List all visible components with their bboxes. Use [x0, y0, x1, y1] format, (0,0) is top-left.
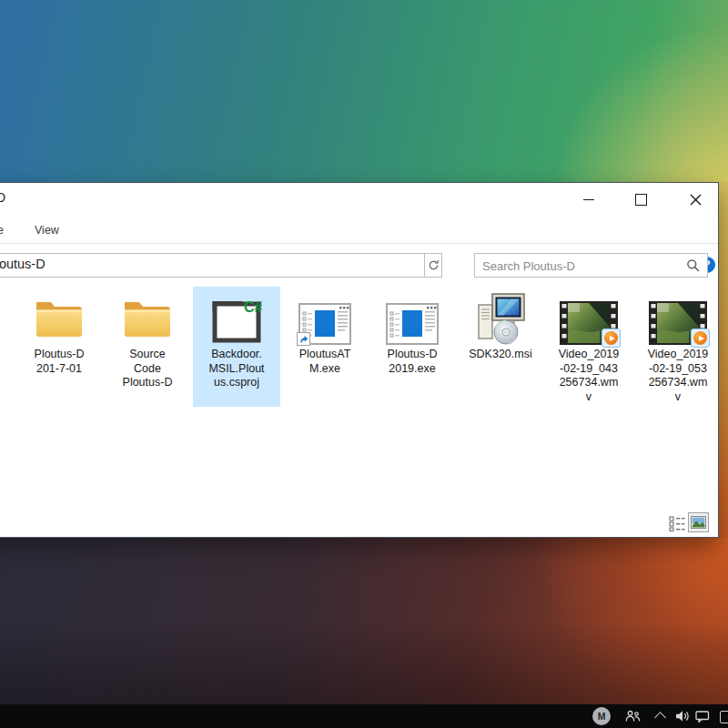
file-item-ploutus-d-201-7-01[interactable]: Ploutus-D 201-7-01 [15, 287, 103, 376]
search-box [474, 253, 708, 278]
application-icon [386, 287, 439, 345]
chat-icon[interactable] [695, 711, 710, 723]
folder-icon [34, 287, 85, 345]
title-bar: Ploutus-D [0, 183, 718, 217]
volume-icon[interactable] [675, 710, 691, 723]
menu-share[interactable]: Share [0, 224, 4, 237]
file-item-video-2019-02-19-043256734-wmv[interactable]: Video_2019 -02-19_043 256734.wm v [545, 287, 632, 404]
file-label: Video_2019 -02-19_053 256734.wm v [648, 348, 709, 404]
maximize-button[interactable] [627, 187, 654, 212]
folder-icon [122, 287, 173, 345]
file-label: Ploutus-D 201-7-01 [35, 348, 85, 376]
minimize-button[interactable] [575, 187, 602, 212]
play-overlay-icon [691, 329, 710, 348]
user-avatar[interactable]: M [592, 707, 611, 725]
search-input[interactable] [480, 256, 675, 276]
file-label: Ploutus-D 2019.exe [388, 348, 438, 376]
refresh-icon [428, 259, 440, 271]
file-item-source-code-ploutus-d[interactable]: Source Code Ploutus-D [104, 287, 191, 390]
file-item-video-2019-02-19-053256734-wmv[interactable]: Video_2019 -02-19_053 256734.wm v [634, 287, 722, 404]
file-label: SDK320.msi [469, 348, 531, 362]
file-item-sdk320-msi[interactable]: SDK320.msi [457, 287, 544, 362]
address-path: Ploutus-D [0, 257, 46, 271]
application-icon [298, 287, 351, 345]
csharp-project-icon: C# [211, 287, 262, 345]
window-title: Ploutus-D [0, 190, 5, 205]
close-icon [690, 194, 702, 206]
file-label: Video_2019 -02-19_043 256734.wm v [559, 348, 620, 404]
wallpaper-top [0, 0, 728, 183]
details-view-icon [669, 515, 685, 531]
refresh-button[interactable] [424, 253, 442, 278]
file-item-ploutusatm-exe[interactable]: PloutusAT M.exe [281, 287, 369, 376]
file-label: Source Code Ploutus-D [123, 348, 173, 390]
large-icons-view-icon [691, 516, 706, 529]
installer-icon [473, 287, 528, 345]
chevron-up-icon[interactable] [654, 712, 666, 723]
menu-view[interactable]: View [35, 224, 59, 237]
ribbon-menu: Share View ? [0, 217, 718, 244]
wallpaper-bottom [0, 538, 728, 705]
video-icon [649, 287, 707, 345]
details-view-button[interactable] [668, 514, 686, 532]
minimize-icon [583, 199, 594, 200]
explorer-window: Ploutus-D Share View ? Ploutus-D [0, 182, 719, 538]
maximize-icon [635, 194, 647, 206]
large-icons-view-button[interactable] [688, 512, 709, 532]
address-bar[interactable] [0, 253, 425, 278]
cut-off-tray-icon[interactable] [720, 711, 728, 723]
svg-text:C#: C# [244, 299, 262, 315]
search-icon [686, 258, 701, 273]
file-item-ploutus-d-2019-exe[interactable]: Ploutus-D 2019.exe [369, 287, 456, 376]
file-item-backdoor-msil-ploutus-csproj[interactable]: C# Backdoor. MSIL.Plout us.csproj [193, 287, 280, 407]
shortcut-arrow-icon [297, 332, 310, 346]
file-label: PloutusAT M.exe [299, 348, 351, 376]
video-icon [560, 287, 618, 345]
desktop: Ploutus-D Share View ? Ploutus-D [0, 0, 728, 728]
play-overlay-icon [602, 329, 621, 348]
file-label: Backdoor. MSIL.Plout us.csproj [208, 348, 264, 390]
menubar-divider [0, 243, 718, 244]
taskbar: M [0, 704, 728, 728]
people-icon[interactable] [625, 710, 641, 723]
close-button[interactable] [682, 187, 709, 212]
